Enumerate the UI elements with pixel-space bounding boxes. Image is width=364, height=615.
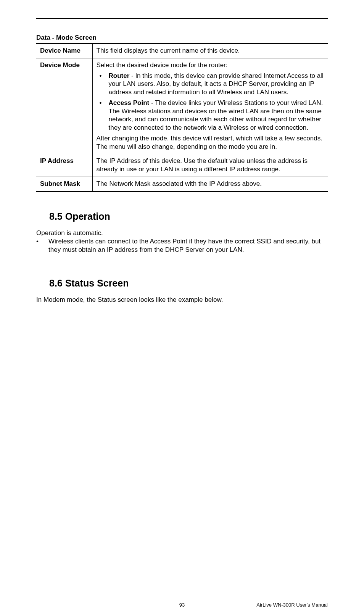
device-mode-intro: Select the desired device mode for the r… [97, 61, 324, 69]
device-mode-after: After changing the mode, this device wil… [97, 134, 324, 151]
row-content-device-name: This field displays the current name of … [92, 43, 328, 58]
status-screen-para: In Modem mode, the Status screen looks l… [36, 296, 328, 304]
table-row: Subnet Mask The Network Mask associated … [36, 177, 328, 191]
row-label-ip-address: IP Address [36, 154, 92, 177]
row-content-ip-address: The IP Address of this device. Use the d… [92, 154, 328, 177]
bullet-bold: Router [109, 72, 130, 79]
table-row: Device Name This field displays the curr… [36, 43, 328, 58]
list-item: Router - In this mode, this device can p… [97, 72, 324, 97]
row-label-device-name: Device Name [36, 43, 92, 58]
row-label-device-mode: Device Mode [36, 58, 92, 154]
table-row: Device Mode Select the desired device mo… [36, 58, 328, 154]
list-item: Wireless clients can connect to the Acce… [36, 237, 328, 254]
footer-manual-title: AirLive WN-300R User's Manual [256, 602, 328, 608]
row-content-subnet-mask: The Network Mask associated with the IP … [92, 177, 328, 191]
bullet-bold: Access Point [109, 99, 150, 106]
mode-screen-table: Device Name This field displays the curr… [36, 43, 328, 192]
device-mode-bullets: Router - In this mode, this device can p… [97, 72, 324, 132]
bullet-text: - In this mode, this device can provide … [109, 72, 324, 96]
top-horizontal-rule [36, 18, 328, 19]
heading-status-screen: 8.6 Status Screen [49, 278, 328, 289]
row-label-subnet-mask: Subnet Mask [36, 177, 92, 191]
table-row: IP Address The IP Address of this device… [36, 154, 328, 177]
operation-bullets: Wireless clients can connect to the Acce… [36, 237, 328, 254]
operation-para: Operation is automatic. [36, 229, 328, 237]
table-title: Data - Mode Screen [36, 34, 328, 42]
row-content-device-mode: Select the desired device mode for the r… [92, 58, 328, 154]
heading-operation: 8.5 Operation [49, 211, 328, 222]
list-item: Access Point - The device links your Wir… [97, 99, 324, 132]
page-container: Data - Mode Screen Device Name This fiel… [0, 0, 364, 304]
